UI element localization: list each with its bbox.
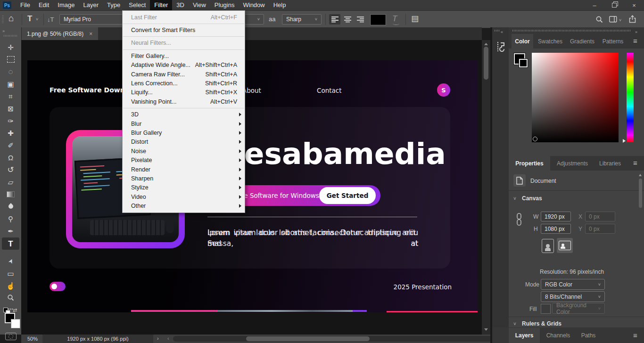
orientation-portrait-button[interactable] [542, 239, 554, 253]
anti-alias-select[interactable]: Sharp ˅ [282, 14, 322, 24]
menu-item-distort[interactable]: Distort [123, 138, 245, 147]
dodge-tool[interactable]: ⚲ [0, 213, 21, 224]
menu-item-stylize[interactable]: Stylize [123, 183, 245, 192]
document-tab[interactable]: 1.png @ 50% (RGB/8) × [21, 27, 98, 40]
tab-close-icon[interactable]: × [89, 31, 92, 37]
menu-item-convert-smart-filters[interactable]: Convert for Smart Filters [123, 25, 245, 34]
docked-panel-icon[interactable] [495, 39, 506, 55]
quick-mask-icon[interactable] [5, 333, 17, 340]
rect-marquee-tool[interactable] [0, 54, 21, 65]
workspace-icon[interactable] [609, 16, 617, 24]
align-left-button[interactable] [329, 14, 340, 24]
menu-item-lens-correction[interactable]: Lens Correction...Shift+Ctrl+R [123, 79, 245, 88]
menubar-type[interactable]: Type [103, 0, 124, 10]
menu-item-other[interactable]: Other [123, 201, 245, 210]
blur-tool[interactable] [0, 201, 21, 212]
menubar-help[interactable]: Help [269, 0, 290, 10]
chevron-down-icon[interactable]: ˅ [619, 18, 621, 23]
zoom-tool[interactable] [0, 292, 21, 303]
menubar-layer[interactable]: Layer [79, 0, 103, 10]
scroll-down-arrow-icon[interactable] [484, 328, 488, 331]
options-grip[interactable] [2, 16, 4, 23]
menubar-select[interactable]: Select [124, 0, 150, 10]
menubar-edit[interactable]: Edit [34, 0, 53, 10]
text-color-swatch[interactable] [371, 15, 386, 25]
panel-grip[interactable] [512, 30, 630, 32]
menu-item-camera-raw-filter[interactable]: Camera Raw Filter...Shift+Ctrl+A [123, 70, 245, 79]
background-color-swatch[interactable] [11, 319, 20, 328]
section-chevron-icon[interactable]: ˅ [513, 196, 516, 201]
x-input[interactable] [585, 212, 615, 221]
dock-grip[interactable] [495, 30, 499, 32]
bit-depth-select[interactable]: 8 Bits/Channel˅ [541, 291, 605, 302]
type-tool-selected[interactable]: T [2, 237, 19, 250]
close-button[interactable]: × [624, 0, 644, 10]
menu-item-video[interactable]: Video [123, 192, 245, 201]
panel-menu-icon[interactable]: ≡ [633, 159, 637, 167]
tab-libraries[interactable]: Libraries [594, 156, 626, 171]
tab-properties[interactable]: Properties [509, 156, 550, 171]
menu-item-filter-gallery[interactable]: Filter Gallery... [123, 51, 245, 60]
panel-menu-icon[interactable]: ≡ [633, 331, 637, 339]
object-selection-tool[interactable]: ▣ [0, 78, 21, 90]
menubar-image[interactable]: Image [53, 0, 79, 10]
align-center-button[interactable] [342, 14, 353, 24]
tab-paths[interactable]: Paths [577, 328, 600, 343]
text-orientation-icon[interactable]: ↓T [47, 16, 54, 24]
menu-item-blur-gallery[interactable]: Blur Gallery [123, 128, 245, 137]
y-input[interactable] [585, 224, 615, 234]
menu-item-render[interactable]: Render [123, 165, 245, 174]
toolbar-collapse-icon[interactable]: » [2, 29, 4, 33]
healing-brush-tool[interactable]: ✚ [0, 127, 21, 139]
canvas-vertical-scrollbar[interactable] [482, 40, 490, 335]
tab-swatches[interactable]: Swatches [535, 34, 565, 49]
menu-item-pixelate[interactable]: Pixelate [123, 155, 245, 164]
restore-button[interactable] [604, 0, 624, 10]
hand-tool[interactable]: ☝ [0, 280, 21, 291]
move-tool[interactable]: ✛ [0, 41, 21, 53]
brush-tool[interactable]: ✐ [0, 139, 21, 151]
toolbar-grip[interactable] [4, 35, 17, 37]
type-tool-chevron-icon[interactable]: ˅ [36, 17, 38, 22]
clone-stamp-tool[interactable]: Ω [0, 152, 21, 163]
fill-select[interactable]: Background Color˅ [552, 303, 605, 314]
share-icon[interactable] [629, 15, 636, 25]
panel-menu-icon[interactable]: ≡ [633, 37, 637, 45]
menu-item-3d[interactable]: 3D [123, 110, 245, 119]
status-chevron-icon[interactable]: › [157, 335, 159, 341]
warp-text-icon[interactable]: T [392, 15, 397, 23]
menu-item-adaptive-wide-angle[interactable]: Adaptive Wide Angle...Alt+Shift+Ctrl+A [123, 61, 245, 70]
scrollbar-thumb[interactable] [246, 336, 370, 341]
hue-slider-marker[interactable] [623, 139, 626, 143]
menubar-filter[interactable]: Filter [150, 0, 172, 10]
align-right-button[interactable] [355, 14, 366, 24]
menu-item-noise[interactable]: Noise [123, 147, 245, 155]
rulers-grids-title[interactable]: Rulers & Grids [522, 320, 561, 327]
orientation-landscape-button[interactable] [557, 238, 573, 253]
scrollbar-thumb[interactable] [484, 47, 488, 80]
document-canvas[interactable]: Free Software Download About Contact S [27, 60, 478, 312]
crop-tool[interactable]: ⌗ [0, 90, 21, 102]
home-icon[interactable]: ⌂ [8, 14, 14, 22]
hscroll-left-arrow-icon[interactable]: ‹ [167, 335, 169, 341]
tab-patterns[interactable]: Patterns [599, 34, 627, 49]
type-tool-icon[interactable]: T [27, 15, 32, 23]
search-icon[interactable] [595, 16, 603, 25]
properties-scrollbar[interactable] [638, 173, 643, 343]
menu-item-liquify[interactable]: Liquify...Shift+Ctrl+X [123, 88, 245, 97]
font-family-input[interactable] [59, 14, 125, 24]
gradient-tool[interactable] [0, 188, 21, 200]
eyedropper-tool[interactable]: ✑ [0, 115, 21, 126]
dock-collapse-right-icon[interactable]: » [635, 30, 637, 34]
menu-item-blur[interactable]: Blur [123, 119, 245, 128]
eraser-tool[interactable]: ▱ [0, 176, 21, 188]
menubar-plugins[interactable]: Plugins [210, 0, 239, 10]
dock-collapse-left-icon[interactable]: « [501, 30, 503, 34]
lasso-tool[interactable]: ◌ [0, 66, 21, 77]
menu-item-sharpen[interactable]: Sharpen [123, 174, 245, 183]
tab-color[interactable]: Color [512, 34, 533, 49]
color-picker-ring[interactable] [533, 137, 537, 141]
canvas-section-title[interactable]: Canvas [522, 195, 542, 202]
tab-channels[interactable]: Channels [542, 328, 575, 343]
frame-tool[interactable]: ⊠ [0, 103, 21, 114]
